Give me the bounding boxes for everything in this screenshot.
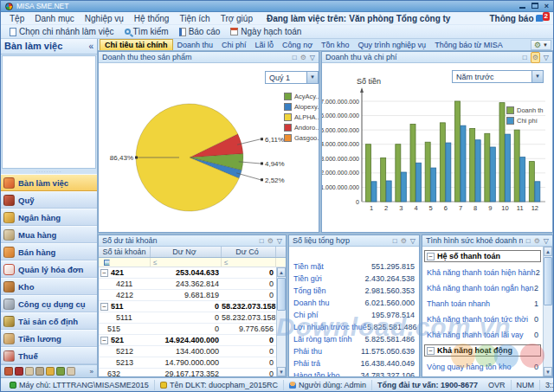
shortcut-5-icon[interactable] bbox=[46, 367, 55, 376]
column-header[interactable]: Số tài khoản bbox=[99, 247, 151, 257]
health-label[interactable]: Thanh toán nhanh bbox=[427, 299, 490, 308]
scroll-up-icon[interactable]: ▲ bbox=[277, 267, 286, 277]
toolbar-button[interactable]: Tìm kiếm bbox=[120, 26, 173, 37]
health-label[interactable]: Khả năng thanh toán lãi vay bbox=[427, 331, 524, 339]
account-row[interactable]: 4211243.362.8140 bbox=[99, 279, 276, 290]
shortcut-1-icon[interactable] bbox=[4, 367, 13, 376]
summary-label[interactable]: Phải trả bbox=[293, 359, 320, 368]
period-dropdown[interactable]: Năm trước ▼ bbox=[452, 70, 544, 83]
collapse-icon[interactable]: − bbox=[100, 303, 108, 311]
shortcut-2-icon[interactable] bbox=[15, 367, 23, 376]
filter-icon[interactable]: ▽ bbox=[544, 53, 549, 62]
filter-grid-icon[interactable] bbox=[104, 260, 110, 266]
shortcut-7-icon[interactable] bbox=[67, 367, 75, 376]
toolbar-button[interactable]: Báo cáo bbox=[175, 26, 225, 37]
filter-icon[interactable]: ▽ bbox=[310, 53, 315, 62]
account-row[interactable]: −52114.924.400.0000 bbox=[99, 335, 276, 346]
gear-icon[interactable]: ⚙ bbox=[531, 52, 540, 63]
period-dropdown[interactable]: Quý 1 ▼ bbox=[265, 71, 319, 84]
collapse-icon[interactable]: − bbox=[427, 347, 435, 355]
health-section-header[interactable]: −Khả năng hoạt động bbox=[424, 344, 541, 357]
menu-item[interactable]: Tiện ích bbox=[174, 14, 215, 23]
maximize-icon[interactable]: □ bbox=[293, 53, 297, 62]
menu-item[interactable]: Tệp bbox=[4, 14, 29, 23]
sidebar-item-warehouse[interactable]: Kho bbox=[1, 278, 97, 295]
sidebar-item-tax[interactable]: Thuế bbox=[1, 347, 97, 364]
summary-label[interactable]: Lãi ròng tạm tính bbox=[293, 335, 352, 344]
account-row[interactable]: 5212134.400.0000 bbox=[99, 346, 276, 357]
sidebar-item-invoice[interactable]: Quản lý hóa đơn bbox=[1, 260, 97, 278]
filter-operator[interactable]: ≤ bbox=[222, 258, 276, 267]
account-row[interactable]: 42129.681.8190 bbox=[99, 290, 276, 301]
account-row[interactable]: −421253.044.6330 bbox=[99, 267, 276, 279]
gear-icon[interactable]: ⚙ bbox=[401, 236, 407, 246]
tab-item[interactable]: Thông báo từ MISA bbox=[430, 40, 507, 50]
maximize-icon[interactable]: □ bbox=[523, 53, 527, 62]
scrollbar-thumb[interactable] bbox=[544, 257, 552, 305]
health-label[interactable]: Khả năng thanh toán tức thời bbox=[427, 315, 528, 324]
sidebar-item-desktop[interactable]: Bàn làm việc bbox=[1, 174, 97, 191]
collapse-sidebar-button[interactable]: « bbox=[88, 42, 93, 51]
scroll-down-icon[interactable]: ▼ bbox=[544, 367, 552, 376]
collapse-icon[interactable]: − bbox=[100, 337, 108, 344]
shortcut-6-icon[interactable] bbox=[56, 367, 65, 376]
menu-item[interactable]: Trợ giúp bbox=[216, 14, 258, 23]
summary-label[interactable]: Doanh thu bbox=[293, 299, 330, 307]
menu-item[interactable]: Hệ thống bbox=[129, 14, 175, 23]
tab-item[interactable]: Quy trình nghiệp vụ bbox=[354, 40, 431, 50]
tab-item[interactable]: Chi phí bbox=[217, 40, 251, 50]
shortcut-3-icon[interactable] bbox=[25, 367, 34, 376]
summary-label[interactable]: Chi phí bbox=[293, 311, 319, 319]
account-row[interactable]: 5111058.232.073.158 bbox=[99, 312, 276, 324]
minimize-button[interactable] bbox=[519, 3, 525, 10]
summary-label[interactable]: Lợi nhuận trước thuế bbox=[293, 323, 367, 331]
account-row[interactable]: −511058.232.073.158 bbox=[99, 301, 276, 312]
filter-icon[interactable]: ▽ bbox=[544, 236, 549, 246]
sidebar-item-tools[interactable]: Công cụ dụng cụ bbox=[1, 295, 97, 312]
scroll-down-icon[interactable]: ▼ bbox=[277, 367, 286, 376]
maximize-icon[interactable]: □ bbox=[260, 236, 264, 246]
gear-icon[interactable]: ⚙ bbox=[300, 53, 306, 62]
summary-label[interactable]: Hàng tồn kho bbox=[293, 371, 340, 376]
restore-button[interactable] bbox=[531, 3, 538, 10]
tab-item[interactable]: Tồn kho bbox=[317, 40, 354, 50]
account-row[interactable]: 521314.790.000.0000 bbox=[99, 357, 276, 369]
filter-operator[interactable]: ≤ bbox=[151, 258, 222, 267]
dashboard-settings-button[interactable]: ⚙▼ bbox=[531, 40, 551, 50]
table-filter-row[interactable]: ≤ ≤ bbox=[99, 258, 286, 267]
toolbar-button[interactable]: Chọn chi nhánh làm việc bbox=[5, 26, 119, 37]
tab-item[interactable]: Lãi lỗ bbox=[251, 40, 279, 50]
sidebar-overflow-button[interactable]: » bbox=[90, 368, 93, 376]
toolbar-button[interactable]: Ngày hạch toán bbox=[226, 26, 306, 37]
maximize-icon[interactable]: □ bbox=[393, 236, 397, 246]
sidebar-item-purchase[interactable]: Mua hàng bbox=[1, 226, 97, 243]
filter-icon[interactable]: ▽ bbox=[277, 236, 282, 246]
health-label[interactable]: Khả năng thanh toán hiện hành bbox=[427, 268, 536, 277]
tab-item[interactable]: Chỉ tiêu tài chính bbox=[100, 39, 173, 50]
health-label[interactable]: Khả năng thanh toán ngắn hạn bbox=[427, 284, 534, 292]
collapse-icon[interactable]: − bbox=[100, 269, 108, 277]
gear-icon[interactable]: ⚙ bbox=[534, 236, 540, 246]
account-row[interactable]: 51509.776.656 bbox=[99, 324, 276, 335]
vertical-scrollbar[interactable]: ▲ ▼ bbox=[543, 247, 552, 376]
scroll-up-icon[interactable]: ▲ bbox=[544, 247, 552, 256]
maximize-icon[interactable]: □ bbox=[526, 236, 531, 246]
sidebar-item-fixed-asset[interactable]: Tài sản cố định bbox=[1, 312, 97, 330]
sidebar-item-payroll[interactable]: Tiền lương bbox=[1, 330, 97, 347]
gear-icon[interactable]: ⚙ bbox=[267, 236, 274, 246]
filter-icon[interactable]: ▽ bbox=[410, 236, 416, 246]
tab-item[interactable]: Doanh thu bbox=[173, 40, 218, 50]
health-label[interactable]: Vòng quay hàng tồn kho bbox=[427, 363, 512, 371]
summary-label[interactable]: Tiền mặt bbox=[293, 262, 324, 271]
close-button[interactable]: × bbox=[544, 3, 549, 10]
health-section-header[interactable]: −Hệ số thanh toán bbox=[424, 250, 541, 262]
sidebar-item-cash[interactable]: Quỹ bbox=[1, 191, 97, 209]
tab-item[interactable]: Công nợ bbox=[278, 40, 317, 50]
summary-label[interactable]: Tổng tiền bbox=[293, 286, 326, 295]
shortcut-4-icon[interactable] bbox=[35, 367, 44, 376]
collapse-icon[interactable]: − bbox=[427, 253, 435, 260]
summary-label[interactable]: Tiền gửi bbox=[293, 274, 322, 283]
account-row[interactable]: 63229.167.173.3520 bbox=[99, 369, 276, 376]
summary-label[interactable]: Phải thu bbox=[293, 347, 322, 356]
notifications-button[interactable]: Thông báo 2 bbox=[489, 14, 550, 23]
